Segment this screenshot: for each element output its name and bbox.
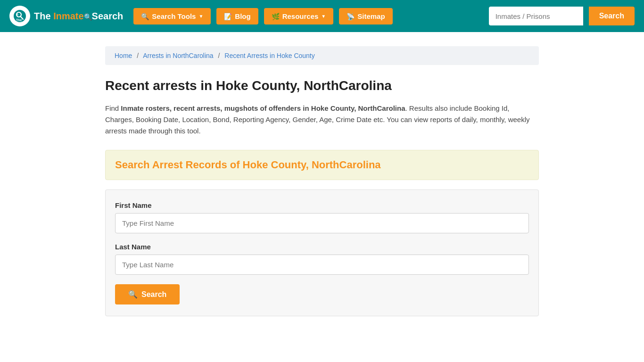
sitemap-label: Sitemap <box>357 12 385 20</box>
site-header: The The Inmate🔍Search Search Tools ▼ Blo… <box>0 0 644 32</box>
breadcrumb-sep-2: / <box>218 52 220 59</box>
search-submit-icon: 🔍 <box>128 290 138 299</box>
description-bold: Inmate rosters, recent arrests, mugshots… <box>121 104 405 112</box>
search-section-title: Search Arrest Records of Hoke County, No… <box>115 159 529 171</box>
description-intro: Find <box>105 104 121 112</box>
chevron-down-icon: ▼ <box>198 14 203 19</box>
search-tools-icon <box>141 12 149 20</box>
svg-text:The: The <box>16 18 22 22</box>
resources-label: Resources <box>282 12 319 20</box>
search-section-header: Search Arrest Records of Hoke County, No… <box>105 150 539 180</box>
search-tools-button[interactable]: Search Tools ▼ <box>133 8 211 25</box>
last-name-group: Last Name <box>115 243 529 275</box>
svg-point-3 <box>17 14 18 16</box>
sitemap-button[interactable]: Sitemap <box>339 8 392 25</box>
page-description: Find Inmate rosters, recent arrests, mug… <box>105 103 539 137</box>
breadcrumb-sep-1: / <box>137 52 139 59</box>
breadcrumb-current[interactable]: Recent Arrests in Hoke County <box>224 52 314 59</box>
first-name-group: First Name <box>115 201 529 233</box>
resources-button[interactable]: Resources ▼ <box>264 8 334 25</box>
breadcrumb-arrests[interactable]: Arrests in NorthCarolina <box>143 52 213 59</box>
blog-label: Blog <box>235 12 250 20</box>
last-name-label: Last Name <box>115 243 529 251</box>
first-name-input[interactable] <box>115 213 529 233</box>
resources-icon <box>272 12 280 20</box>
logo-icon: The <box>9 6 30 26</box>
search-submit-label: Search <box>141 290 166 299</box>
last-name-input[interactable] <box>115 255 529 275</box>
header-search-input[interactable] <box>489 7 583 25</box>
header-search-button[interactable]: Search <box>589 7 635 25</box>
breadcrumb: Home / Arrests in NorthCarolina / Recent… <box>105 46 539 65</box>
search-form-area: First Name Last Name 🔍 Search <box>105 189 539 316</box>
sitemap-icon <box>347 12 355 20</box>
main-content: Home / Arrests in NorthCarolina / Recent… <box>96 32 548 335</box>
first-name-label: First Name <box>115 201 529 209</box>
header-search-label: Search <box>599 12 624 20</box>
chevron-down-icon-2: ▼ <box>321 14 326 19</box>
breadcrumb-home[interactable]: Home <box>115 52 132 59</box>
page-title: Recent arrests in Hoke County, NorthCaro… <box>105 78 539 93</box>
search-submit-button[interactable]: 🔍 Search <box>115 284 180 304</box>
blog-button[interactable]: Blog <box>216 8 258 25</box>
logo: The The Inmate🔍Search <box>9 6 123 26</box>
blog-icon <box>224 12 232 20</box>
logo-text: The Inmate🔍Search <box>34 11 123 22</box>
search-tools-label: Search Tools <box>152 12 196 20</box>
